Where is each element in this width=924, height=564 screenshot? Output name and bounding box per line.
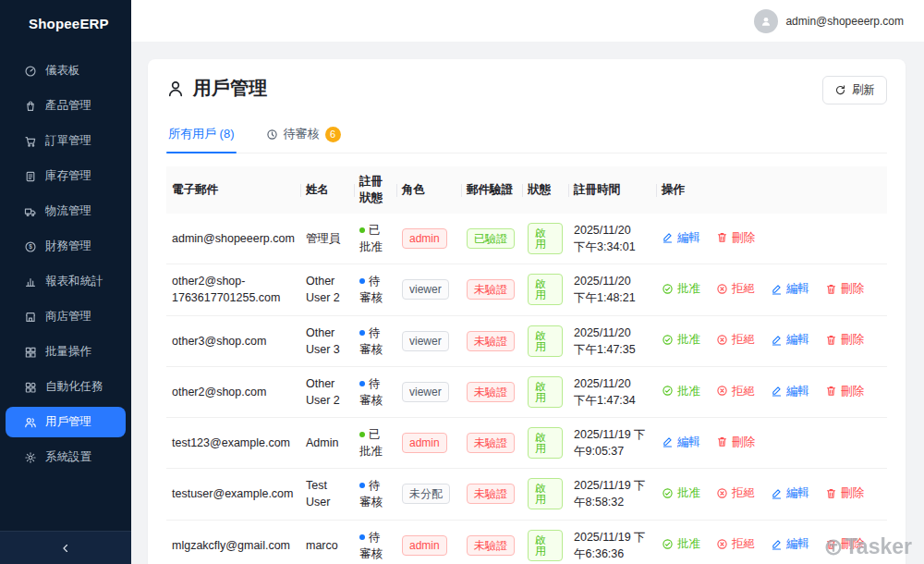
edit-icon: [771, 538, 783, 550]
edit-action[interactable]: 編輯: [771, 535, 809, 552]
edit-action-label: 編輯: [786, 484, 809, 501]
approve-action[interactable]: 批准: [662, 535, 700, 552]
sidebar-item-label: 報表和統計: [45, 274, 103, 289]
email-verify-badge: 未驗證: [467, 484, 515, 504]
status-dot: [359, 483, 365, 488]
approve-action[interactable]: 批准: [662, 280, 700, 297]
delete-action[interactable]: 刪除: [825, 383, 864, 399]
delete-action[interactable]: 刪除: [825, 535, 864, 552]
sidebar-item-4[interactable]: 庫存管理: [0, 161, 131, 191]
edit-action[interactable]: 編輯: [771, 280, 809, 297]
table-row: admin@shopeeerp.com管理員已批准admin已驗證啟用2025/…: [166, 214, 887, 264]
page-title: 用戶管理: [166, 76, 267, 101]
products-icon: [24, 100, 37, 113]
status-dot: [359, 278, 365, 284]
status-badge-cell: 啟用: [522, 315, 568, 366]
column-header-8: 操作: [656, 166, 887, 214]
sidebar-item-1[interactable]: 儀表板: [0, 55, 131, 86]
sidebar-item-2[interactable]: 產品管理: [0, 91, 131, 121]
tab-1[interactable]: 所有用戶 (8): [166, 119, 237, 153]
reject-action[interactable]: 拒絕: [716, 484, 755, 501]
email-cell: other3@shop.com: [166, 315, 300, 366]
reject-action-label: 拒絕: [732, 280, 755, 297]
sidebar-item-label: 自動化任務: [45, 379, 103, 395]
status-badge: 啟用: [528, 325, 563, 357]
name-cell: marco: [300, 520, 354, 564]
delete-action[interactable]: 刪除: [825, 484, 864, 501]
sidebar-item-10[interactable]: 自動化任務: [0, 372, 131, 402]
inventory-icon: [24, 170, 37, 183]
delete-action[interactable]: 刪除: [825, 331, 864, 348]
sidebar-item-label: 財務管理: [45, 239, 91, 254]
edit-action[interactable]: 編輯: [771, 383, 809, 399]
reject-icon: [716, 334, 728, 346]
sidebar-item-6[interactable]: $財務管理: [0, 231, 131, 262]
delete-action[interactable]: 刪除: [716, 229, 755, 246]
sidebar-item-11[interactable]: 用戶管理: [6, 407, 126, 437]
email-cell: testuser@example.com: [166, 469, 300, 520]
edit-icon: [771, 334, 783, 346]
name-cell: Other User 2: [300, 366, 354, 417]
sidebar-item-3[interactable]: 訂單管理: [0, 126, 131, 156]
registration-status-cell: 待審核: [354, 366, 396, 417]
reject-action[interactable]: 拒絕: [716, 331, 755, 348]
reject-action[interactable]: 拒絕: [716, 535, 755, 552]
user-email: admin@shopeeerp.com: [785, 15, 904, 28]
table-row: other2@shop.comOther User 2待審核viewer未驗證啟…: [166, 366, 887, 417]
reject-icon: [716, 385, 728, 397]
column-header-1: 電子郵件: [166, 166, 300, 214]
sidebar-item-9[interactable]: 批量操作: [0, 337, 131, 367]
delete-icon: [825, 334, 837, 346]
table-row: testuser@example.comTest User待審核未分配未驗證啟用…: [166, 469, 887, 520]
edit-action[interactable]: 編輯: [662, 229, 700, 246]
edit-action[interactable]: 編輯: [662, 434, 700, 450]
sidebar-item-label: 庫存管理: [45, 168, 91, 184]
main-area: admin@shopeeerp.com 用戶管理 刷新 所有用戶 (8)待審核6: [131, 0, 924, 564]
status-dot: [359, 381, 365, 386]
approve-action-label: 批准: [677, 484, 700, 501]
sidebar-item-12[interactable]: 系統設置: [0, 442, 131, 472]
email-cell: test123@example.com: [166, 418, 300, 469]
sidebar-item-7[interactable]: 報表和統計: [0, 266, 131, 297]
status-badge-cell: 啟用: [522, 366, 568, 417]
svg-text:$: $: [29, 243, 32, 251]
settings-icon: [24, 451, 37, 464]
approve-action[interactable]: 批准: [662, 484, 700, 501]
role-badge: viewer: [402, 279, 449, 300]
tab-2[interactable]: 待審核6: [264, 119, 343, 153]
dashboard-icon: [24, 65, 37, 78]
edit-action-label: 編輯: [677, 229, 700, 246]
edit-action-label: 編輯: [677, 434, 700, 450]
refresh-button[interactable]: 刷新: [822, 76, 887, 104]
sidebar-item-label: 物流管理: [45, 203, 91, 219]
finance-icon: $: [24, 240, 37, 253]
refresh-label: 刷新: [852, 82, 875, 98]
avatar[interactable]: [754, 9, 778, 33]
role-badge-cell: 未分配: [396, 469, 461, 520]
registration-status-cell: 已批准: [354, 214, 396, 264]
delete-action-label: 刪除: [841, 484, 864, 501]
name-cell: Admin: [300, 418, 354, 469]
reject-action[interactable]: 拒絕: [716, 280, 755, 297]
status-badge-cell: 啟用: [522, 264, 568, 315]
edit-action[interactable]: 編輯: [771, 484, 809, 501]
edit-action-label: 編輯: [786, 331, 809, 348]
edit-action[interactable]: 編輯: [771, 331, 809, 348]
delete-action[interactable]: 刪除: [825, 280, 864, 297]
approve-action[interactable]: 批准: [662, 383, 700, 399]
column-header-2: 姓名: [300, 166, 354, 214]
registered-time-cell: 2025/11/19 下午9:05:37: [568, 418, 656, 469]
sidebar-item-5[interactable]: 物流管理: [0, 196, 131, 227]
sidebar-item-8[interactable]: 商店管理: [0, 301, 131, 332]
delete-action[interactable]: 刪除: [716, 434, 755, 450]
table-row: mlgzakcfly@gmail.commarco待審核admin未驗證啟用20…: [166, 520, 887, 564]
sidebar-collapse-button[interactable]: [0, 531, 131, 564]
approve-action[interactable]: 批准: [662, 331, 700, 348]
approve-action-label: 批准: [677, 280, 700, 297]
email-cell: other2@shop-1763617701255.com: [166, 264, 300, 315]
orders-icon: [24, 135, 37, 148]
actions-cell: 編輯刪除: [656, 214, 887, 264]
reject-action[interactable]: 拒絕: [716, 383, 755, 399]
status-badge: 啟用: [528, 427, 563, 459]
status-badge-cell: 啟用: [522, 469, 568, 520]
